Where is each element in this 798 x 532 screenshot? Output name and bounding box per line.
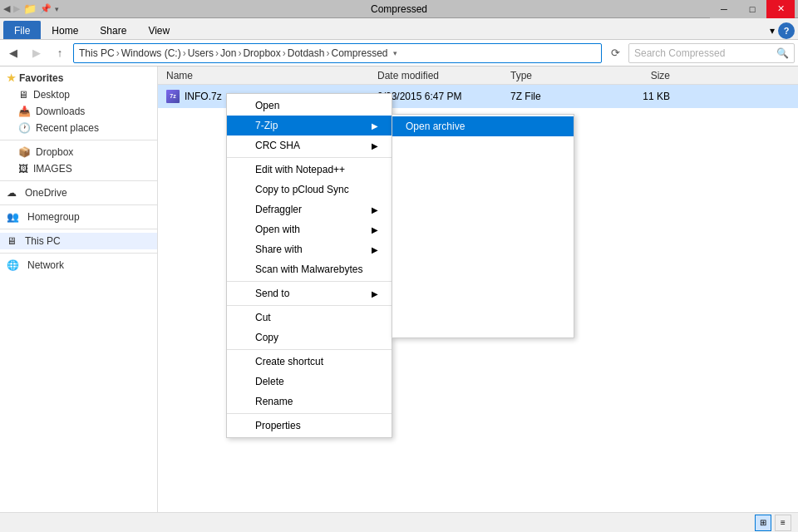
ctx-test-archive[interactable]: Test archive	[392, 216, 574, 236]
sidebar-item-images[interactable]: 🖼 IMAGES	[0, 160, 157, 177]
sidebar-item-label: IMAGES	[33, 163, 72, 175]
col-type-header[interactable]: Type	[510, 70, 610, 81]
address-bar: ◀ ▶ ↑ This PC › Windows (C:) › Users › J…	[0, 40, 798, 66]
openwith-arrow: ▶	[372, 225, 378, 234]
ctx-divider-1	[227, 157, 392, 158]
ctx-rename[interactable]: Rename	[227, 392, 392, 411]
path-users[interactable]: Users	[188, 47, 214, 59]
path-dropbox[interactable]: Dropbox	[243, 47, 280, 59]
list-view-button[interactable]: ≡	[775, 515, 791, 531]
ctx-pcloud[interactable]: Copy to pCloud Sync	[227, 180, 392, 200]
sidebar-item-thispc[interactable]: 🖥 This PC	[0, 233, 157, 249]
dropdown-icon: ▾	[55, 5, 59, 13]
path-thispc[interactable]: This PC	[79, 47, 115, 59]
ctx-compress-zip-email[interactable]: Compress to "INFO.zip" and email	[392, 316, 574, 336]
close-button[interactable]: ✕	[766, 0, 795, 18]
ctx-sendto[interactable]: Send to▶	[227, 283, 392, 303]
ctx-copy[interactable]: Copy	[227, 328, 392, 347]
file-list-header: Name Date modified Type Size	[158, 66, 798, 85]
path-windowsc[interactable]: Windows (C:)	[121, 47, 181, 59]
sidebar-item-label: Network	[27, 259, 64, 271]
path-dotdash[interactable]: Dotdash	[288, 47, 325, 59]
tab-view[interactable]: View	[137, 21, 180, 39]
sidebar-item-label: OneDrive	[25, 187, 67, 199]
sidebar-item-homegroup[interactable]: 👥 Homegroup	[0, 209, 157, 225]
file-type-cell: 7Z File	[510, 91, 610, 102]
forward-button[interactable]: ▶	[27, 43, 47, 63]
sharewith-arrow: ▶	[372, 245, 378, 254]
file-area: Name Date modified Type Size 7z INFO.7z …	[158, 66, 798, 512]
ctx-7zip[interactable]: 7-Zip ▶ Open archive Open archive ▶ Extr…	[227, 116, 392, 135]
sidebar-item-desktop[interactable]: 🖥 Desktop	[0, 86, 157, 103]
ctx-openwith[interactable]: Open with▶	[227, 219, 392, 239]
sidebar-item-label: Homegroup	[27, 211, 80, 223]
ctx-add-archive[interactable]: Add to archive...	[392, 236, 574, 256]
ctx-compress-email[interactable]: Compress and email...	[392, 256, 574, 276]
tab-share[interactable]: Share	[89, 21, 137, 39]
sidebar-divider-3	[0, 204, 157, 205]
ctx-divider-3	[227, 305, 392, 306]
help-button[interactable]: ?	[778, 22, 795, 39]
ctx-sharewith[interactable]: Share with▶	[227, 239, 392, 259]
window-title: Compressed	[0, 3, 798, 15]
ctx-shortcut[interactable]: Create shortcut	[227, 352, 392, 372]
defraggler-arrow: ▶	[372, 205, 378, 214]
sidebar-item-network[interactable]: 🌐 Network	[0, 257, 157, 273]
favorites-header[interactable]: ★ Favorites	[0, 70, 157, 86]
ctx-extract-files[interactable]: Extract files...	[392, 156, 574, 176]
path-jon[interactable]: Jon	[220, 47, 236, 59]
forward-icon: ▶	[13, 3, 20, 14]
col-name-header[interactable]: Name	[161, 70, 377, 81]
col-date-header[interactable]: Date modified	[377, 70, 510, 81]
ctx-add-zip[interactable]: Add to "INFO.zip"	[392, 296, 574, 316]
sidebar-item-label: This PC	[25, 235, 61, 247]
ctx-defraggler[interactable]: Defraggler▶	[227, 200, 392, 219]
back-button[interactable]: ◀	[3, 43, 23, 63]
network-icon: 🌐	[7, 259, 19, 271]
file-name: INFO.7z	[185, 91, 222, 102]
back-icon: ◀	[3, 3, 10, 14]
images-icon: 🖼	[18, 163, 28, 175]
ctx-open-archive-2[interactable]: Open archive ▶	[392, 136, 574, 156]
ctx-extract-to[interactable]: Extract to "INFO\"	[392, 196, 574, 216]
ctx-open-archive-1[interactable]: Open archive	[392, 116, 574, 136]
context-menu: Open 7-Zip ▶ Open archive Open archive ▶…	[226, 93, 392, 438]
recent-icon: 🕐	[18, 122, 31, 134]
path-compressed[interactable]: Compressed	[331, 47, 387, 59]
ctx-extract-here[interactable]: Extract Here	[392, 176, 574, 196]
ctx-malwarebytes[interactable]: Scan with Malwarebytes	[227, 259, 392, 279]
ctx-delete[interactable]: Delete	[227, 372, 392, 392]
ctx-crcsha[interactable]: CRC SHA▶	[227, 135, 392, 155]
minimize-button[interactable]: ─	[710, 0, 738, 18]
maximize-button[interactable]: □	[738, 0, 766, 18]
tab-file[interactable]: File	[3, 21, 41, 39]
ctx-divider-5	[227, 413, 392, 414]
address-path[interactable]: This PC › Windows (C:) › Users › Jon › D…	[73, 43, 602, 63]
sidebar-item-dropbox[interactable]: 📦 Dropbox	[0, 144, 157, 160]
ctx-compress-7z-email[interactable]: Compress to "INFO.7z" and email	[392, 276, 574, 296]
status-bar: ⊞ ≡	[0, 512, 798, 532]
sidebar-item-recent[interactable]: 🕐 Recent places	[0, 120, 157, 136]
sidebar-item-onedrive[interactable]: ☁ OneDrive	[0, 185, 157, 201]
ribbon-tabs: File Home Share View ▾ ?	[0, 18, 798, 40]
col-size-header[interactable]: Size	[610, 70, 677, 81]
sidebar-divider-5	[0, 253, 157, 254]
ribbon-chevron[interactable]: ▾	[770, 25, 775, 37]
sidebar-item-downloads[interactable]: 📥 Downloads	[0, 103, 157, 120]
dropbox-icon: 📦	[18, 146, 31, 158]
crcsha-arrow: ▶	[372, 141, 378, 150]
thispc-icon: 🖥	[7, 235, 17, 247]
up-button[interactable]: ↑	[50, 43, 70, 63]
ctx-properties[interactable]: Properties	[227, 416, 392, 436]
grid-view-button[interactable]: ⊞	[755, 515, 771, 531]
path-dropdown-icon[interactable]: ▾	[393, 49, 397, 57]
ctx-notepad[interactable]: Edit with Notepad++	[227, 160, 392, 180]
refresh-button[interactable]: ⟳	[605, 43, 625, 63]
homegroup-icon: 👥	[7, 211, 19, 223]
search-box[interactable]: Search Compressed 🔍	[628, 43, 795, 63]
tab-home[interactable]: Home	[41, 21, 89, 39]
file-date-cell: 9/23/2015 6:47 PM	[377, 91, 510, 102]
favorites-section: ★ Favorites 🖥 Desktop 📥 Downloads 🕐 Rece…	[0, 70, 157, 136]
ctx-open[interactable]: Open	[227, 96, 392, 116]
ctx-cut[interactable]: Cut	[227, 308, 392, 328]
